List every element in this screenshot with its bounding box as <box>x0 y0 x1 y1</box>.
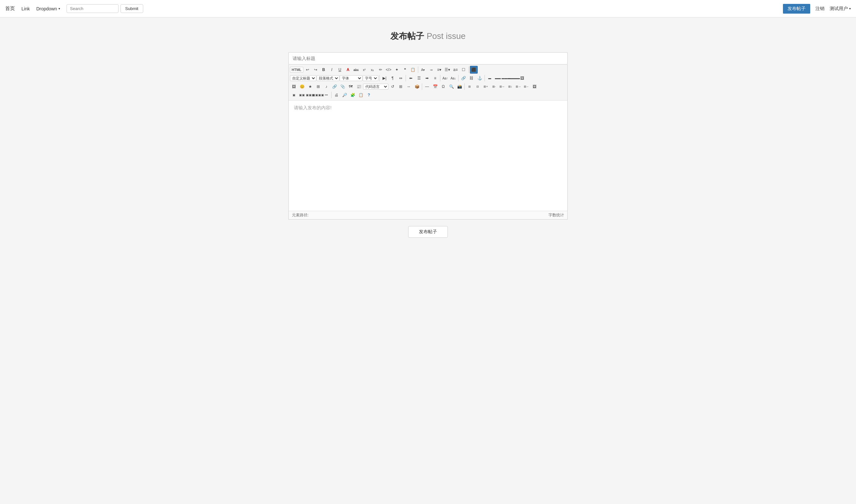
post-submit-btn[interactable]: 发布帖子 <box>408 226 448 238</box>
table-insert-btn[interactable]: ⊞ <box>314 83 322 90</box>
page-title: 发布帖子 Post issue <box>288 31 568 42</box>
table3-btn[interactable]: ⊟ <box>474 83 482 90</box>
table2-btn[interactable]: ⊞ <box>466 83 474 90</box>
subscript-btn[interactable]: x₂ <box>369 66 376 74</box>
hr4-btn[interactable]: ▬▬▬▬ <box>510 74 518 82</box>
block-btn[interactable]: 📦 <box>413 83 421 90</box>
fullscreen-btn[interactable]: ⬛ <box>470 66 478 74</box>
underline-btn[interactable]: U <box>336 66 344 74</box>
media-btn[interactable]: ♪ <box>323 83 330 90</box>
clear-btn[interactable]: ☐ <box>460 66 468 74</box>
highlight-btn[interactable]: ✏ <box>377 66 384 74</box>
table-merge-btn[interactable]: ⊞→ <box>514 83 522 90</box>
table-del-btn[interactable]: ⊞- <box>490 83 498 90</box>
font-select[interactable]: 字体 Arial 宋体 微软雅黑 <box>340 75 362 81</box>
block4-btn[interactable]: ▣▣▣▣ <box>314 91 322 99</box>
italic-btn[interactable]: I <box>328 66 336 74</box>
template-btn[interactable]: 📰 <box>355 83 363 90</box>
blockquote-btn[interactable]: ❝ <box>401 66 409 74</box>
block1-btn[interactable]: ▣ <box>290 91 298 99</box>
omega-btn[interactable]: Ω <box>439 83 447 90</box>
pilcrow-btn[interactable]: ¶ <box>389 74 396 82</box>
image2-btn[interactable]: 🖼 <box>531 83 538 90</box>
zoom-btn[interactable]: 🔎 <box>341 91 348 99</box>
print-btn[interactable]: 🖨 <box>332 91 340 99</box>
nav-brand[interactable]: 首页 <box>5 5 15 12</box>
case-lower-btn[interactable]: Aa↓ <box>449 74 457 82</box>
nav-dropdown[interactable]: Dropdown ▾ <box>36 6 60 11</box>
redo-btn[interactable]: ↪ <box>312 66 320 74</box>
paste2-btn[interactable]: 📋 <box>357 91 365 99</box>
attach-btn[interactable]: 📎 <box>339 83 346 90</box>
map-btn[interactable]: 🗺 <box>347 83 355 90</box>
search-input[interactable] <box>67 4 119 13</box>
dots-btn[interactable]: ••• <box>323 91 330 99</box>
paste-btn[interactable]: 📋 <box>409 66 417 74</box>
grid-btn[interactable]: ⊞ <box>397 83 405 90</box>
toolbar-sep-4 <box>406 75 406 82</box>
toolbar-sep-3 <box>379 75 380 82</box>
font-size-btn[interactable]: A▾ <box>419 66 427 74</box>
nav-user-dropdown[interactable]: 测试用户 ▾ <box>830 6 851 12</box>
image-upload-btn[interactable]: 🖼 <box>518 74 526 82</box>
code-lang-select[interactable]: 代码语言 JavaScript Python Java HTML CSS <box>363 84 388 90</box>
table-add-btn[interactable]: ⊞+ <box>482 83 490 90</box>
editor-statusbar: 元素路径: 字数统计 <box>289 211 567 219</box>
search2-btn[interactable]: 🔍 <box>447 83 455 90</box>
case-upper-btn[interactable]: Aa↑ <box>441 74 449 82</box>
help-btn[interactable]: ? <box>365 91 373 99</box>
font-color-btn[interactable]: A <box>344 66 352 74</box>
emoji-btn[interactable]: 😊 <box>298 83 306 90</box>
code-btn[interactable]: </> <box>385 66 393 74</box>
align-left-btn[interactable]: ⬅ <box>407 74 415 82</box>
hr-btn[interactable]: — <box>423 83 431 90</box>
title-input[interactable] <box>288 52 568 65</box>
resize-btn[interactable]: ↔ <box>405 83 413 90</box>
nav-cancel-link[interactable]: 注销 <box>816 6 824 12</box>
table-col-del-btn[interactable]: ⊞↕ <box>506 83 514 90</box>
align-center-btn[interactable]: ☰ <box>415 74 423 82</box>
magic-btn[interactable]: ✦ <box>393 66 401 74</box>
size-select[interactable]: 字号 12 14 16 18 <box>363 75 378 81</box>
editor-body[interactable]: 请输入发布的内容! <box>289 101 567 211</box>
special-btn[interactable]: ★ <box>306 83 314 90</box>
anchor-btn[interactable]: ⚓ <box>476 74 483 82</box>
toolbar-sep-6 <box>458 75 459 82</box>
unlink-btn[interactable]: ⛓ <box>468 74 475 82</box>
align-right-btn[interactable]: ➡ <box>423 74 431 82</box>
nav-right: 发布帖子 注销 测试用户 ▾ <box>783 4 851 14</box>
bold-btn[interactable]: B <box>320 66 328 74</box>
submit-button[interactable]: Submit <box>120 4 143 13</box>
justify-btn[interactable]: ≡ <box>431 74 439 82</box>
block2-btn[interactable]: ▣▣ <box>298 91 306 99</box>
heading-select[interactable]: 自定义标题 标题1 标题2 标题3 段落 <box>290 75 316 81</box>
para-select[interactable]: 段落格式 段落 引用 <box>316 75 339 81</box>
hr2-btn[interactable]: ▬▬ <box>494 74 502 82</box>
html-btn[interactable]: HTML <box>290 67 303 73</box>
chevron-down-icon: ▾ <box>58 7 60 11</box>
date-btn[interactable]: 📅 <box>431 83 439 90</box>
toolbar-row-3: 🖼 😊 ★ ⊞ ♪ 🔗 📎 🗺 📰 代码语言 JavaScript Python… <box>290 83 566 90</box>
refresh-btn[interactable]: ↺ <box>389 83 396 90</box>
table-split-btn[interactable]: ⊞← <box>523 83 530 90</box>
link-btn[interactable]: 🔗 <box>460 74 467 82</box>
screenshot-btn[interactable]: 📸 <box>456 83 463 90</box>
strikethrough-btn[interactable]: abc <box>352 66 360 74</box>
list2-btn[interactable]: ☰▾ <box>444 66 451 74</box>
superscript-btn[interactable]: x² <box>360 66 368 74</box>
nav-post-link[interactable]: 发布帖子 <box>783 4 810 14</box>
undo-btn[interactable]: ↩ <box>304 66 311 74</box>
editor-toolbar: HTML ↩ ↪ B I U A abc x² x₂ ✏ </> ✦ ❝ 📋 A… <box>289 65 567 101</box>
link2-btn[interactable]: 🔗 <box>330 83 338 90</box>
indent-btn[interactable]: ▶| <box>381 74 388 82</box>
plugin-btn[interactable]: 🧩 <box>349 91 357 99</box>
font-family-btn[interactable]: ⇒ <box>427 66 435 74</box>
align-btn[interactable]: ⇔ <box>397 74 405 82</box>
toolbar-sep-2 <box>468 67 469 73</box>
format-btn[interactable]: a≡ <box>452 66 460 74</box>
hr1-btn[interactable]: ▬ <box>486 74 494 82</box>
list-btn[interactable]: ≡▾ <box>435 66 443 74</box>
image-btn[interactable]: 🖼 <box>290 83 298 90</box>
table-col-add-btn[interactable]: ⊞↔ <box>498 83 506 90</box>
nav-link[interactable]: Link <box>21 6 30 11</box>
